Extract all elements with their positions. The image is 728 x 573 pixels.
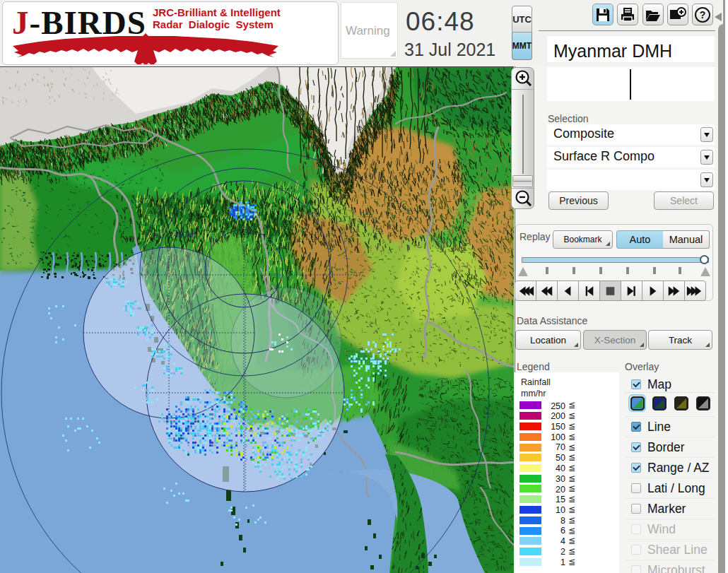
svg-text:?: ? <box>700 9 706 20</box>
svg-text:450km: 450km <box>174 230 197 239</box>
